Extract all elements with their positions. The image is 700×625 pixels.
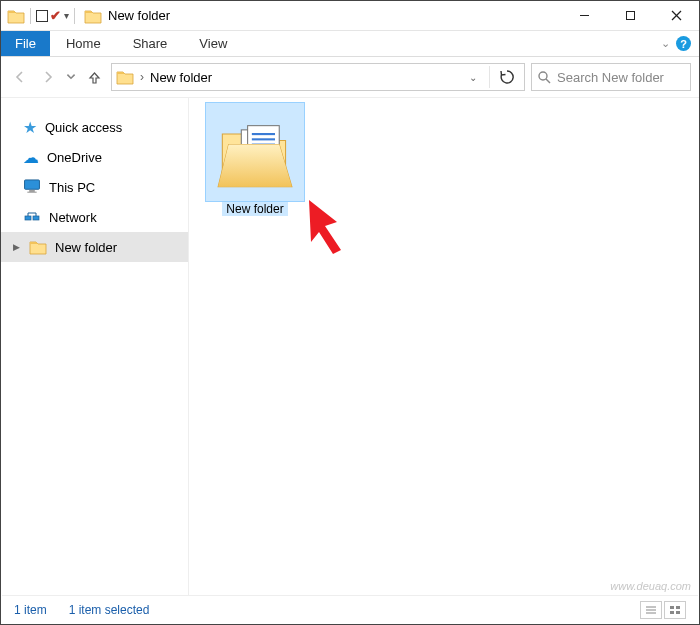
close-button[interactable] <box>653 1 699 31</box>
refresh-button[interactable] <box>494 64 520 90</box>
address-chevron-icon[interactable]: › <box>140 70 144 84</box>
ribbon-collapse-icon[interactable]: ⌄ <box>661 37 670 50</box>
tab-view[interactable]: View <box>183 31 243 56</box>
separator <box>74 8 75 24</box>
file-thumbnail <box>205 102 305 202</box>
cloud-icon: ☁ <box>23 148 39 167</box>
navigation-bar: › New folder ⌄ Search New folder <box>1 57 699 97</box>
view-mode-buttons <box>640 601 686 619</box>
window-folder-icon <box>84 7 102 25</box>
ribbon-tabs: File Home Share View ⌄ ? <box>1 31 699 57</box>
titlebar: ✔ ▾ New folder <box>1 1 699 31</box>
sidebar-item-label: OneDrive <box>47 150 102 165</box>
address-bar[interactable]: › New folder ⌄ <box>111 63 525 91</box>
up-button[interactable] <box>83 66 105 88</box>
qat-properties-icon[interactable] <box>36 10 48 22</box>
status-selected-count: 1 item selected <box>69 603 150 617</box>
file-label[interactable]: New folder <box>222 202 287 216</box>
svg-rect-22 <box>676 606 680 609</box>
svg-rect-23 <box>670 611 674 614</box>
sidebar-item-label: New folder <box>55 240 117 255</box>
app-folder-icon <box>7 7 25 25</box>
sidebar-item-onedrive[interactable]: ☁ OneDrive <box>1 142 188 172</box>
tab-share[interactable]: Share <box>117 31 184 56</box>
separator <box>489 66 490 88</box>
file-item-new-folder[interactable]: New folder <box>205 102 305 216</box>
content-pane[interactable]: New folder <box>189 98 699 615</box>
maximize-button[interactable] <box>607 1 653 31</box>
recent-locations-dropdown[interactable] <box>65 66 77 88</box>
sidebar-item-label: Network <box>49 210 97 225</box>
search-placeholder: Search New folder <box>557 70 664 85</box>
search-icon <box>538 71 551 84</box>
quick-access-toolbar: ✔ ▾ <box>1 7 78 25</box>
address-segment[interactable]: New folder <box>150 70 212 85</box>
tab-home[interactable]: Home <box>50 31 117 56</box>
star-icon: ★ <box>23 118 37 137</box>
minimize-button[interactable] <box>561 1 607 31</box>
navigation-pane: ★ Quick access ☁ OneDrive This PC Networ… <box>1 98 189 615</box>
svg-rect-21 <box>670 606 674 609</box>
forward-button[interactable] <box>37 66 59 88</box>
sidebar-item-label: Quick access <box>45 120 122 135</box>
sidebar-item-network[interactable]: Network <box>1 202 188 232</box>
folder-documents-icon <box>216 113 294 191</box>
sidebar-item-new-folder[interactable]: ▶ New folder <box>1 232 188 262</box>
watermark: www.deuaq.com <box>610 580 691 592</box>
monitor-icon <box>23 179 41 196</box>
thumbnails-view-button[interactable] <box>664 601 686 619</box>
window-title: New folder <box>108 8 170 23</box>
details-view-button[interactable] <box>640 601 662 619</box>
sidebar-item-this-pc[interactable]: This PC <box>1 172 188 202</box>
separator <box>30 8 31 24</box>
svg-rect-24 <box>676 611 680 614</box>
status-bar: 1 item 1 item selected <box>2 595 698 623</box>
sidebar-item-quick-access[interactable]: ★ Quick access <box>1 112 188 142</box>
search-input[interactable]: Search New folder <box>531 63 691 91</box>
status-item-count: 1 item <box>14 603 47 617</box>
chevron-right-icon[interactable]: ▶ <box>13 242 21 252</box>
window-controls <box>561 1 699 31</box>
help-icon[interactable]: ? <box>676 36 691 51</box>
folder-icon <box>29 238 47 256</box>
network-icon <box>23 209 41 226</box>
main-area: ★ Quick access ☁ OneDrive This PC Networ… <box>1 97 699 615</box>
svg-rect-15 <box>626 12 634 20</box>
sidebar-item-label: This PC <box>49 180 95 195</box>
address-dropdown-icon[interactable]: ⌄ <box>461 72 485 83</box>
address-folder-icon <box>116 68 134 86</box>
qat-check-icon[interactable]: ✔ <box>50 8 61 23</box>
qat-dropdown-icon[interactable]: ▾ <box>64 10 69 21</box>
back-button[interactable] <box>9 66 31 88</box>
file-tab[interactable]: File <box>1 31 50 56</box>
